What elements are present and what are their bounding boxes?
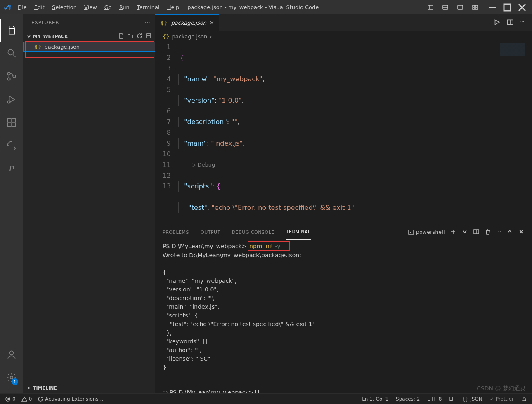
svg-point-26 bbox=[10, 376, 13, 379]
window-controls bbox=[486, 1, 532, 14]
status-bar: 0 0 Activating Extensions... Ln 1, Col 1… bbox=[0, 393, 532, 404]
status-encoding[interactable]: UTF-8 bbox=[427, 396, 442, 402]
tabs-row: {} package.json ✕ ··· bbox=[155, 14, 532, 31]
svg-rect-7 bbox=[475, 5, 478, 7]
svg-rect-4 bbox=[458, 5, 463, 9]
editor-area: {} package.json ✕ ··· {} package.json › … bbox=[155, 14, 532, 393]
json-file-icon: {} bbox=[163, 33, 170, 40]
activity-bottom: 1 bbox=[0, 343, 23, 389]
breadcrumb-dots: ... bbox=[214, 33, 219, 40]
remote-tab-icon[interactable] bbox=[0, 134, 23, 157]
folder-section-header[interactable]: MY_WEBPACK bbox=[23, 31, 155, 42]
panel-tab-output[interactable]: OUTPUT bbox=[201, 225, 220, 240]
svg-marker-48 bbox=[22, 397, 27, 401]
menu-bar: File Edit Selection View Go Run Terminal… bbox=[14, 0, 182, 14]
run-icon[interactable] bbox=[493, 19, 501, 27]
source-control-tab-icon[interactable] bbox=[0, 65, 23, 88]
svg-marker-33 bbox=[495, 20, 499, 24]
window-title: package.json - my_webpack - Visual Studi… bbox=[182, 4, 424, 10]
svg-rect-22 bbox=[12, 118, 16, 122]
split-terminal-icon[interactable] bbox=[473, 228, 480, 236]
status-language[interactable]: {} JSON bbox=[462, 396, 482, 402]
annotation-highlight: npm init -y bbox=[248, 241, 290, 251]
file-item-package-json[interactable]: {} package.json bbox=[23, 42, 155, 52]
tab-package-json[interactable]: {} package.json ✕ bbox=[155, 14, 219, 31]
status-activating[interactable]: Activating Extensions... bbox=[38, 396, 103, 402]
folder-name: MY_WEBPACK bbox=[33, 34, 68, 39]
timeline-label: TIMELINE bbox=[33, 385, 57, 391]
menu-help[interactable]: Help bbox=[164, 0, 183, 14]
code-content[interactable]: { "name": "my_webpack", "version": "1.0.… bbox=[178, 42, 532, 224]
explorer-tab-icon[interactable] bbox=[0, 19, 23, 42]
status-notifications-icon[interactable] bbox=[521, 396, 527, 402]
collapse-icon[interactable] bbox=[145, 33, 152, 40]
customize-layout-icon[interactable] bbox=[468, 1, 482, 14]
breadcrumb-sep: › bbox=[210, 33, 212, 40]
json-file-icon: {} bbox=[34, 44, 42, 50]
accounts-icon[interactable] bbox=[0, 343, 23, 366]
status-eol[interactable]: LF bbox=[449, 396, 455, 402]
menu-view[interactable]: View bbox=[81, 0, 100, 14]
panel-tab-terminal[interactable]: TERMINAL bbox=[286, 225, 311, 240]
toggle-panel-icon[interactable] bbox=[439, 1, 452, 14]
menu-file[interactable]: File bbox=[14, 0, 30, 14]
split-editor-icon[interactable] bbox=[506, 19, 514, 27]
timeline-section[interactable]: TIMELINE bbox=[23, 383, 155, 393]
settings-gear-icon[interactable]: 1 bbox=[0, 366, 23, 389]
search-tab-icon[interactable] bbox=[0, 42, 23, 65]
svg-point-18 bbox=[13, 75, 16, 78]
toggle-sidebar-icon[interactable] bbox=[424, 1, 437, 14]
prettier-tab-icon[interactable]: P bbox=[0, 157, 23, 180]
svg-point-14 bbox=[8, 49, 13, 55]
menu-run[interactable]: Run bbox=[116, 0, 133, 14]
status-cursor[interactable]: Ln 1, Col 1 bbox=[362, 396, 388, 402]
sidebar-more-icon[interactable]: ··· bbox=[145, 20, 150, 26]
minimize-button[interactable] bbox=[486, 1, 499, 14]
panel-tabs: PROBLEMS OUTPUT DEBUG CONSOLE TERMINAL p… bbox=[155, 225, 532, 240]
svg-rect-2 bbox=[443, 5, 448, 9]
more-actions-icon[interactable]: ··· bbox=[520, 19, 525, 27]
toggle-secondary-icon[interactable] bbox=[454, 1, 467, 14]
new-terminal-icon[interactable] bbox=[450, 228, 456, 236]
close-button[interactable] bbox=[515, 1, 529, 14]
svg-rect-11 bbox=[504, 4, 511, 11]
vscode-logo-icon bbox=[0, 3, 14, 12]
svg-point-25 bbox=[10, 351, 14, 355]
menu-terminal[interactable]: Terminal bbox=[134, 0, 163, 14]
extensions-tab-icon[interactable] bbox=[0, 111, 23, 134]
sidebar-title: EXPLORER bbox=[31, 20, 59, 26]
editor-actions: ··· bbox=[493, 19, 532, 27]
status-warnings[interactable]: 0 bbox=[21, 396, 32, 402]
status-spaces[interactable]: Spaces: 2 bbox=[396, 396, 420, 402]
run-debug-tab-icon[interactable] bbox=[0, 88, 23, 111]
menu-edit[interactable]: Edit bbox=[31, 0, 48, 14]
editor-body[interactable]: 12345678910111213 { "name": "my_webpack"… bbox=[155, 42, 532, 224]
status-errors[interactable]: 0 bbox=[5, 396, 16, 402]
new-file-icon[interactable] bbox=[118, 33, 125, 40]
bottom-panel: PROBLEMS OUTPUT DEBUG CONSOLE TERMINAL p… bbox=[155, 224, 532, 393]
line-gutter: 12345678910111213 bbox=[155, 42, 178, 224]
breadcrumbs[interactable]: {} package.json › ... bbox=[155, 31, 532, 42]
panel-tab-debug[interactable]: DEBUG CONSOLE bbox=[232, 225, 274, 240]
terminal-dropdown-icon[interactable] bbox=[461, 228, 468, 236]
menu-go[interactable]: Go bbox=[101, 0, 115, 14]
status-prettier[interactable]: ✓ Prettier bbox=[490, 396, 514, 402]
new-folder-icon[interactable] bbox=[127, 33, 134, 40]
panel-more-icon[interactable]: ··· bbox=[496, 229, 501, 235]
menu-selection[interactable]: Selection bbox=[49, 0, 80, 14]
breadcrumb-file: package.json bbox=[172, 33, 208, 40]
main-area: P 1 EXPLORER ··· MY_WEBPACK {} package.j… bbox=[0, 14, 532, 393]
maximize-button[interactable] bbox=[501, 1, 514, 14]
activity-bar: P 1 bbox=[0, 14, 23, 393]
maximize-panel-icon[interactable] bbox=[506, 228, 513, 236]
panel-tab-problems[interactable]: PROBLEMS bbox=[163, 225, 189, 240]
terminal-body[interactable]: PS D:\MyLean\my_webpack> npm init -y Wro… bbox=[155, 240, 532, 393]
close-panel-icon[interactable] bbox=[518, 228, 525, 236]
terminal-shell-label[interactable]: powershell bbox=[408, 229, 445, 235]
svg-rect-8 bbox=[473, 8, 475, 9]
close-tab-icon[interactable]: ✕ bbox=[210, 20, 214, 26]
sidebar-header: EXPLORER ··· bbox=[23, 14, 155, 31]
debug-codelens[interactable]: ▷ Debug bbox=[178, 160, 532, 170]
refresh-icon[interactable] bbox=[136, 33, 143, 40]
kill-terminal-icon[interactable] bbox=[485, 228, 491, 236]
